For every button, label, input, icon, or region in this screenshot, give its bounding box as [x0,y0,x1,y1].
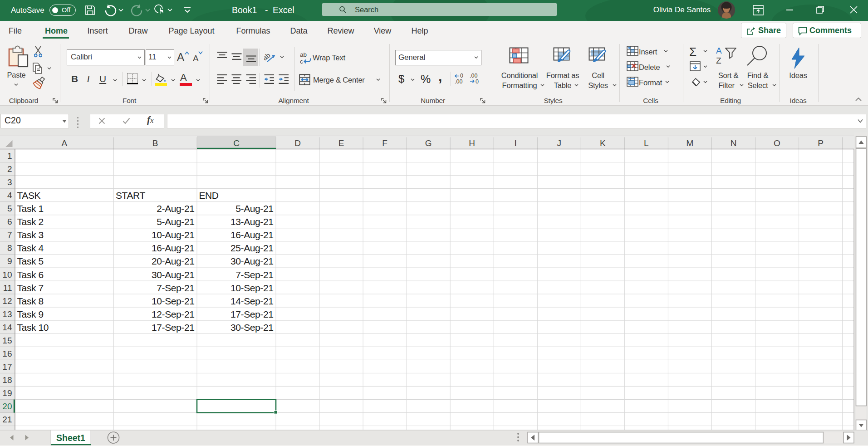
svg-text:M: M [687,138,694,148]
svg-text:E: E [338,138,344,148]
svg-text:C: C [233,138,240,148]
svg-text:7-Sep-21: 7-Sep-21 [235,270,273,280]
svg-text:13: 13 [2,309,12,319]
svg-text:12: 12 [2,296,12,306]
svg-text:7: 7 [7,230,12,240]
svg-text:16-Aug-21: 16-Aug-21 [230,230,273,240]
svg-text:Task 3: Task 3 [17,230,44,240]
svg-text:2-Aug-21: 2-Aug-21 [157,203,194,214]
svg-text:Task 6: Task 6 [17,270,44,280]
svg-text:K: K [600,138,606,148]
svg-text:8: 8 [7,243,12,253]
svg-text:Task 7: Task 7 [17,283,44,293]
svg-text:B: B [152,138,158,148]
svg-text:13-Aug-21: 13-Aug-21 [230,216,273,227]
svg-text:20-Aug-21: 20-Aug-21 [152,256,194,266]
svg-text:12-Sep-21: 12-Sep-21 [152,309,194,319]
svg-text:Task 1: Task 1 [17,203,44,214]
svg-text:17: 17 [2,362,12,372]
svg-text:H: H [469,138,475,148]
svg-text:19: 19 [2,388,12,398]
svg-text:11: 11 [3,283,12,293]
svg-text:Sheet1: Sheet1 [56,433,85,443]
svg-text:N: N [731,138,737,148]
svg-text:L: L [644,138,649,148]
svg-text:A: A [61,138,67,148]
svg-text:Task 8: Task 8 [17,296,44,306]
svg-text:30-Aug-21: 30-Aug-21 [230,256,273,266]
svg-text:Task 5: Task 5 [17,256,44,266]
svg-text:10: 10 [2,270,12,279]
svg-text:30-Aug-21: 30-Aug-21 [152,270,194,280]
svg-text:10-Aug-21: 10-Aug-21 [152,230,194,240]
svg-text:10-Sep-21: 10-Sep-21 [152,296,194,306]
svg-text:18: 18 [2,375,12,385]
svg-text:G: G [425,138,432,148]
svg-text:6: 6 [7,217,12,226]
svg-text:14-Sep-21: 14-Sep-21 [230,296,273,306]
svg-text:END: END [199,190,219,201]
svg-text:20: 20 [2,402,12,411]
svg-text:Task 10: Task 10 [17,322,49,333]
svg-text:Task 9: Task 9 [17,309,44,319]
svg-text:Task 4: Task 4 [17,243,44,253]
svg-text:2: 2 [7,164,12,174]
svg-text:25-Aug-21: 25-Aug-21 [230,243,273,253]
svg-text:START: START [116,190,145,201]
svg-text:1: 1 [7,151,12,161]
svg-text:10-Sep-21: 10-Sep-21 [230,283,273,293]
svg-text:30-Sep-21: 30-Sep-21 [230,322,273,333]
svg-text:16: 16 [2,349,12,358]
svg-text:P: P [818,138,824,148]
svg-text:TASK: TASK [17,190,41,201]
svg-text:I: I [515,138,517,148]
svg-text:5: 5 [7,204,12,213]
svg-text:J: J [557,138,562,148]
svg-text:7-Sep-21: 7-Sep-21 [157,283,194,293]
svg-text:F: F [382,138,387,148]
svg-text:16-Aug-21: 16-Aug-21 [152,243,194,253]
svg-text:3: 3 [7,177,12,187]
svg-text:D: D [294,138,301,148]
svg-text:15: 15 [2,336,12,345]
svg-text:17-Sep-21: 17-Sep-21 [230,309,273,319]
svg-text:5-Aug-21: 5-Aug-21 [157,216,194,227]
svg-text:14: 14 [2,323,12,332]
svg-text:Task 2: Task 2 [17,216,44,227]
svg-text:9: 9 [7,256,12,266]
svg-text:5-Aug-21: 5-Aug-21 [235,203,273,214]
svg-text:O: O [774,138,780,148]
svg-text:4: 4 [7,191,12,200]
svg-text:17-Sep-21: 17-Sep-21 [152,322,194,333]
svg-text:21: 21 [2,415,12,424]
